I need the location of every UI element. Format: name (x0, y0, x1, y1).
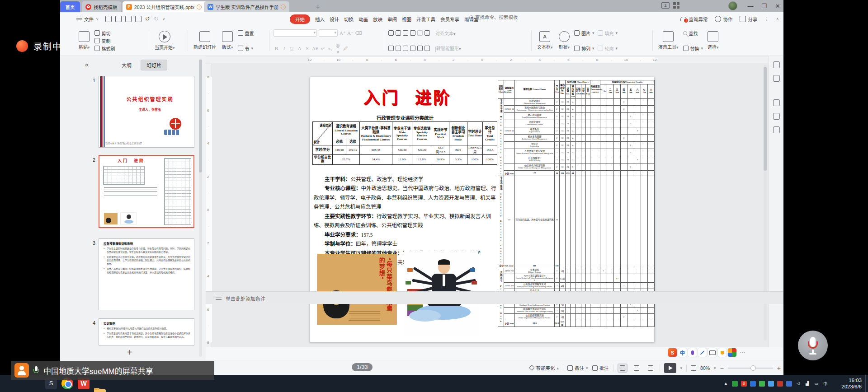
split-window-icon[interactable]: 2 (661, 2, 670, 9)
font-size-select[interactable] (319, 29, 338, 37)
present-tools-button[interactable]: 演示工具▾ (657, 28, 680, 53)
media-icon[interactable] (773, 99, 780, 106)
replace-button[interactable]: 替换▾ (683, 45, 703, 52)
tab-review[interactable]: 审阅 (387, 16, 397, 23)
save-icon[interactable] (105, 16, 112, 22)
picture-button[interactable]: 图片▾ (574, 29, 594, 37)
copy-button[interactable]: 复制 (94, 37, 115, 44)
slide-sorter-button[interactable] (632, 364, 642, 373)
slide-thumbnail-3[interactable]: 应急预案演练训练系统 学生在上课的时候普遍会存在参与度低、师生互动有限等问题，同… (99, 238, 194, 310)
strike-icon[interactable]: A (297, 46, 302, 51)
ime-more-icon[interactable]: ⋯ (740, 349, 746, 356)
cut-button[interactable]: 剪切 (94, 29, 115, 37)
print-preview-icon[interactable] (135, 16, 142, 22)
paste-button[interactable]: 粘贴▾ (77, 28, 91, 53)
show-desktop-button[interactable] (865, 375, 868, 392)
play-from-current-button[interactable]: 当页开始▾ (153, 28, 176, 53)
arrange-button[interactable]: 排列▾ (574, 45, 594, 52)
mobile-sync-icon[interactable] (773, 126, 780, 133)
decrease-font-icon[interactable]: A⁻ (347, 30, 353, 36)
qq-icon[interactable] (750, 381, 756, 387)
collapse-ribbon-icon[interactable]: ∧ (776, 17, 779, 21)
collapse-panel-icon[interactable]: « (85, 61, 89, 68)
tab-slides[interactable]: 幻灯片 (141, 60, 167, 70)
columns-icon[interactable] (417, 46, 423, 51)
redo-icon[interactable]: ↻ (154, 16, 159, 22)
more-menu-icon[interactable]: ⋮ (764, 17, 769, 21)
handwriting-icon[interactable] (698, 348, 707, 357)
new-slide-button[interactable]: 新建幻灯片 (192, 28, 217, 53)
zoom-level[interactable]: 80% (700, 365, 710, 371)
properties-icon[interactable] (773, 75, 780, 82)
clear-format-icon[interactable]: ⌫ (355, 30, 361, 36)
bluetooth-icon[interactable] (786, 381, 792, 387)
increase-font-icon[interactable]: A⁺ (340, 30, 345, 36)
notes-bar[interactable]: 单击此处添加备注 (206, 291, 783, 304)
tab-docer-templates[interactable]: ✿ 找稻壳模板 (82, 1, 121, 12)
close-button[interactable]: ✕ (771, 0, 783, 12)
ime-apps-icon[interactable] (728, 348, 736, 357)
format-painter-button[interactable]: 格式刷 (94, 45, 115, 52)
restore-button[interactable]: ❐ (757, 0, 771, 12)
sync-status[interactable]: 查询异常 (680, 16, 708, 23)
share-button[interactable]: 分享 (740, 16, 757, 23)
tab-member[interactable]: 会员专享 (440, 16, 459, 23)
bird-cartoon-image[interactable]: “每只菜鸟都有成鹰的梦想” (317, 254, 397, 325)
sogou-icon[interactable]: S (668, 348, 677, 357)
increase-indent-icon[interactable] (410, 30, 415, 36)
volume-icon[interactable]: ◁ (795, 381, 801, 387)
tab-outline[interactable]: 大纲 (122, 61, 132, 69)
tab-manual[interactable]: W 学生版 实训软件产品操作手册 ! (204, 1, 289, 12)
tab-insert[interactable]: 插入 (315, 16, 325, 23)
undo-icon[interactable]: ↺ (145, 16, 150, 22)
select-button[interactable]: 选择▾ (706, 28, 720, 53)
floating-mic-button[interactable] (798, 331, 828, 360)
panel-toggle-icon[interactable] (773, 61, 780, 68)
find-button[interactable]: 查找 (683, 29, 703, 37)
export-icon[interactable] (115, 16, 122, 22)
bold-icon[interactable]: B (274, 46, 279, 51)
network-icon[interactable]: ▟ (804, 381, 810, 387)
taskbar-clock[interactable]: 16:03 2023/6/6 (841, 377, 862, 390)
bullet-list-icon[interactable] (388, 30, 394, 36)
rewards-icon[interactable] (718, 348, 726, 357)
shadow-icon[interactable]: S (304, 46, 310, 51)
beautify-button[interactable]: 智能美化 ▴ (530, 364, 559, 371)
add-slide-button[interactable]: + (127, 347, 132, 358)
taskbar-file-explorer[interactable] (94, 389, 106, 392)
cloud-drive-icon[interactable] (768, 381, 774, 387)
layout-button[interactable]: 版式▾ (221, 28, 235, 53)
notes-button[interactable]: 备注 ▾ (567, 364, 588, 371)
apps-grid-icon[interactable] (673, 2, 679, 9)
subscript-icon[interactable]: x₂ (327, 46, 333, 51)
font-color-icon[interactable]: A▾ (312, 46, 318, 51)
new-tab-button[interactable]: + (316, 3, 320, 10)
fit-slide-icon[interactable] (691, 365, 696, 371)
tab-presentation-active[interactable]: P 2023 公共组织管理实践.pptx ! ✕ (123, 1, 213, 12)
phonetic-icon[interactable]: 变▾ (335, 42, 341, 55)
fill-button[interactable]: 填充▾ (598, 29, 618, 37)
chinese-ime-icon[interactable]: 中 (822, 381, 828, 387)
file-menu[interactable]: 文件 ∨ (76, 12, 99, 26)
slide-title[interactable]: 入门进阶 (310, 84, 505, 108)
slide-thumbnail-1[interactable]: 公共组织管理实践 主讲人：张雪玉 我们以什么“角色”融入社会工作领域？ (99, 76, 194, 148)
tab-design[interactable]: 设计 (330, 16, 339, 23)
normal-view-button[interactable] (618, 364, 627, 373)
font-family-select[interactable] (274, 29, 317, 37)
tab-start[interactable]: 开始 (290, 14, 310, 24)
comments-button[interactable]: 批注 (592, 364, 609, 371)
underline-icon[interactable]: U (289, 46, 295, 51)
slide-thumbnail-4[interactable]: 实训案例 模拟某市发生的Ⅰ级特大地震火灾进行公共危机事件应对处置。学生需要填写完… (99, 318, 194, 345)
slideshow-play-button[interactable] (664, 363, 676, 373)
notes-placeholder[interactable]: 单击此处添加备注 (226, 295, 265, 302)
tab-slideshow[interactable]: 放映 (373, 16, 382, 23)
justify-icon[interactable] (410, 46, 415, 51)
tray-expand-icon[interactable]: ▲ (723, 381, 729, 387)
slide-thumbnail-2-selected[interactable]: 入门 进阶 (99, 155, 194, 228)
zoom-options-icon[interactable]: ▾ (714, 366, 716, 370)
tab-animation[interactable]: 动画 (359, 16, 368, 23)
minimize-button[interactable]: — (744, 0, 757, 12)
voice-input-icon[interactable] (688, 348, 697, 357)
tab-devtools[interactable]: 开发工具 (416, 16, 435, 23)
outline-button[interactable]: 轮廓▾ (598, 45, 618, 52)
